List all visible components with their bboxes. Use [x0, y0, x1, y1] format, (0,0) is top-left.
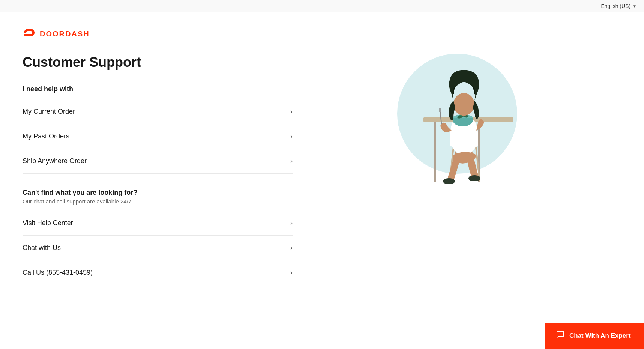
svg-point-18	[453, 93, 474, 116]
svg-line-9	[440, 112, 441, 124]
doordash-logo-icon	[23, 27, 36, 41]
support-menu-group: Visit Help Center › Chat with Us › Call …	[23, 211, 293, 285]
cant-find-subtitle: Our chat and call support are available …	[23, 198, 293, 205]
menu-item-ship-anywhere[interactable]: Ship Anywhere Order ›	[23, 149, 293, 174]
chat-expert-label: Chat With An Expert	[569, 332, 631, 340]
chevron-down-icon: ▼	[633, 4, 636, 8]
svg-point-7	[443, 178, 455, 184]
menu-item-chat-with-us-text: Chat with Us	[23, 244, 61, 252]
menu-item-call-us-text: Call Us (855-431-0459)	[23, 269, 93, 277]
language-label: English (US)	[601, 3, 631, 9]
cant-find-title: Can't find what you are looking for?	[23, 189, 293, 197]
chat-bubble-icon	[556, 330, 565, 341]
menu-item-current-order[interactable]: My Current Order ›	[23, 99, 293, 124]
right-content	[293, 27, 621, 285]
chat-expert-button[interactable]: Chat With An Expert	[545, 323, 644, 349]
svg-rect-1	[434, 122, 436, 182]
menu-item-help-center-text: Visit Help Center	[23, 219, 73, 227]
illustration-container	[378, 35, 536, 193]
left-content: DOORDASH Customer Support I need help wi…	[23, 27, 293, 285]
svg-point-8	[468, 175, 480, 181]
top-bar: English (US) ▼	[0, 0, 644, 12]
menu-item-current-order-text: My Current Order	[23, 108, 75, 116]
menu-item-ship-anywhere-text: Ship Anywhere Order	[23, 157, 87, 165]
page-title: Customer Support	[23, 54, 293, 70]
menu-item-chat-with-us[interactable]: Chat with Us ›	[23, 236, 293, 260]
logo-area: DOORDASH	[23, 27, 293, 41]
menu-item-call-us[interactable]: Call Us (855-431-0459) ›	[23, 260, 293, 285]
main-wrapper: DOORDASH Customer Support I need help wi…	[0, 12, 644, 300]
help-menu-group: My Current Order › My Past Orders › Ship…	[23, 99, 293, 174]
language-selector[interactable]: English (US) ▼	[601, 3, 637, 9]
cant-find-section: Can't find what you are looking for? Our…	[23, 189, 293, 205]
menu-item-past-orders-text: My Past Orders	[23, 132, 69, 140]
illustration-svg	[378, 35, 536, 193]
logo-text: DOORDASH	[40, 30, 90, 38]
menu-item-help-center[interactable]: Visit Help Center ›	[23, 211, 293, 236]
menu-item-past-orders[interactable]: My Past Orders ›	[23, 124, 293, 149]
help-section-label: I need help with	[23, 85, 293, 93]
